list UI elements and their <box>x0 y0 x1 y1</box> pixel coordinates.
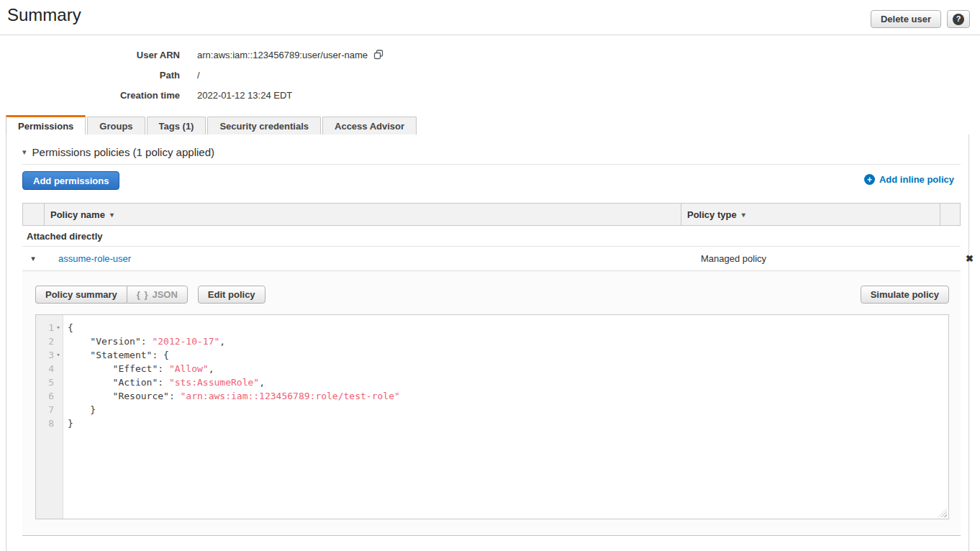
permissions-tab-panel: ▾ Permissions policies (1 policy applied… <box>6 135 969 551</box>
tab-bar: Permissions Groups Tags (1) Security cre… <box>6 115 417 137</box>
creation-time-row: Creation time 2022-01-12 13:24 EDT <box>0 85 384 105</box>
fold-caret-icon <box>54 375 63 389</box>
copy-icon[interactable] <box>373 50 384 60</box>
policy-json-editor[interactable]: 1▾ { 2 "Version": "2012-10-17", 3▾ "Stat… <box>35 314 949 519</box>
simulate-policy-button[interactable]: Simulate policy <box>861 286 949 304</box>
section-divider <box>22 164 961 165</box>
code-line: 7 } <box>36 403 948 416</box>
attached-directly-group-row: Attached directly <box>22 226 961 247</box>
code-line: 5 "Action": "sts:AssumeRole", <box>36 375 948 389</box>
column-header-policy-name[interactable]: Policy name ▾ <box>45 204 681 225</box>
sort-caret-icon: ▾ <box>742 211 745 219</box>
code-line: 3▾ "Statement": { <box>36 348 948 362</box>
fold-caret-icon[interactable]: ▾ <box>54 348 63 362</box>
policy-detail-toolbar: Policy summary { } JSON Edit policy Simu… <box>35 286 949 304</box>
code-line: 8 } <box>36 416 948 430</box>
add-permissions-button[interactable]: Add permissions <box>22 171 119 190</box>
help-icon: ? <box>953 14 964 25</box>
permissions-policies-section-header: ▾ Permissions policies (1 policy applied… <box>22 146 214 158</box>
creation-time-value: 2022-01-12 13:24 EDT <box>197 90 292 101</box>
user-info: User ARN arn:aws:iam::123456789:user/use… <box>0 45 384 105</box>
section-heading: Permissions policies (1 policy applied) <box>32 146 214 158</box>
json-view-button[interactable]: { } JSON <box>127 286 188 304</box>
path-label: Path <box>0 70 180 81</box>
user-arn-label: User ARN <box>0 50 180 60</box>
group-row-label: Attached directly <box>27 231 102 242</box>
user-arn-row: User ARN arn:aws:iam::123456789:user/use… <box>0 45 384 65</box>
user-arn-value: arn:aws:iam::123456789:user/user-name <box>197 50 368 60</box>
header-cell-empty <box>23 204 45 225</box>
add-inline-policy-link[interactable]: + Add inline policy <box>864 174 954 185</box>
remove-policy-icon[interactable]: ✖ <box>966 253 974 264</box>
tab-access-advisor[interactable]: Access Advisor <box>322 117 417 137</box>
page-header: Summary Delete user ? <box>0 0 980 35</box>
code-line: 4 "Effect": "Allow", <box>36 362 948 375</box>
fold-caret-icon[interactable]: ▾ <box>54 321 63 334</box>
path-row: Path / <box>0 65 384 85</box>
code-line: 2 "Version": "2012-10-17", <box>36 334 948 348</box>
code-line: 6 "Resource": "arn:aws:iam::123456789:ro… <box>36 389 948 403</box>
delete-user-button[interactable]: Delete user <box>871 10 941 28</box>
fold-caret-icon <box>54 362 63 375</box>
plus-icon: + <box>864 174 875 185</box>
creation-time-label: Creation time <box>0 90 180 101</box>
json-button-label: JSON <box>152 289 177 300</box>
path-value: / <box>197 70 200 81</box>
policy-name-link[interactable]: assume-role-user <box>58 253 131 264</box>
braces-icon: { } <box>137 289 149 300</box>
header-cell-actions <box>940 204 960 225</box>
policy-table: Policy name ▾ Policy type ▾ Attached dir… <box>22 203 961 270</box>
edit-policy-button[interactable]: Edit policy <box>198 286 266 304</box>
row-expander-icon[interactable]: ▾ <box>31 254 35 263</box>
fold-caret-icon <box>54 403 63 416</box>
tab-security-credentials[interactable]: Security credentials <box>207 117 321 137</box>
sort-caret-icon: ▾ <box>110 211 114 219</box>
fold-caret-icon <box>54 416 63 430</box>
fold-caret-icon <box>54 334 63 348</box>
code-line: 1▾ { <box>36 321 948 334</box>
iam-user-summary-page: Summary Delete user ? User ARN arn:aws:i… <box>0 0 980 551</box>
policy-type-value: Managed policy <box>701 253 766 264</box>
policy-view-switch: Policy summary { } JSON <box>35 286 188 304</box>
policy-type-header-label: Policy type <box>687 209 737 220</box>
tab-permissions[interactable]: Permissions <box>6 115 86 137</box>
policy-summary-button[interactable]: Policy summary <box>35 286 127 304</box>
header-actions: Delete user ? <box>871 10 970 28</box>
policy-name-header-label: Policy name <box>50 209 105 220</box>
policy-table-header: Policy name ▾ Policy type ▾ <box>22 203 961 226</box>
policy-detail-panel: Policy summary { } JSON Edit policy Simu… <box>22 270 961 536</box>
fold-caret-icon <box>54 389 63 403</box>
page-title: Summary <box>7 5 81 25</box>
collapse-section-icon[interactable]: ▾ <box>22 147 27 157</box>
column-header-policy-type[interactable]: Policy type ▾ <box>681 204 940 225</box>
help-button[interactable]: ? <box>947 10 970 28</box>
resize-handle[interactable] <box>938 509 947 517</box>
add-inline-policy-label: Add inline policy <box>879 174 954 185</box>
tab-tags[interactable]: Tags (1) <box>147 117 207 137</box>
policy-row: ▾ assume-role-user Managed policy ✖ <box>22 247 961 270</box>
tab-groups[interactable]: Groups <box>87 117 145 137</box>
